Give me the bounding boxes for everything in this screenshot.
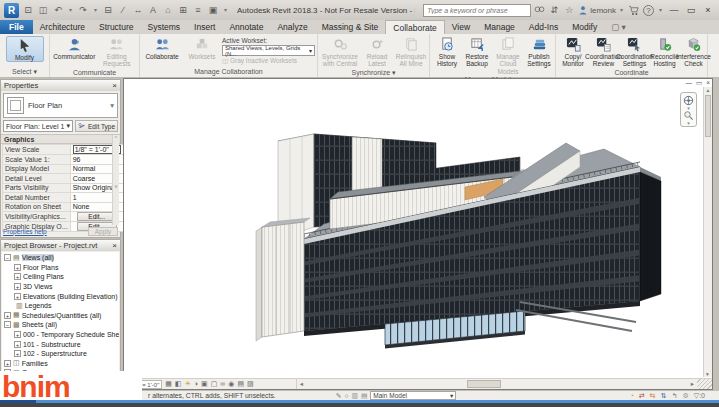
tab-add-ins[interactable]: Add-Ins (522, 20, 565, 34)
editing-requests-button[interactable]: Editing Requests (98, 36, 136, 68)
tree-item-3d-views[interactable]: +3D Views (4, 282, 119, 292)
copy-monitor-button[interactable]: Copy/ Monitor (558, 36, 588, 68)
worksets-dialog-icon[interactable]: ▥ (352, 392, 358, 400)
section-icon[interactable]: ⊞ (177, 1, 189, 19)
active-workset-status-select[interactable]: Main Model▾ (370, 391, 456, 400)
tree-item-floor-plans[interactable]: +Floor Plans (4, 263, 119, 273)
apply-button[interactable]: Apply (88, 227, 118, 236)
detail-level-icon[interactable]: ▦ (165, 379, 172, 389)
sun-path-icon[interactable]: ☀ (185, 379, 191, 389)
ribbon-display-toggle[interactable]: ▢ ▾ (604, 20, 633, 34)
tree-item-views[interactable]: −▤Views (all) (4, 253, 119, 263)
measure-icon[interactable]: ∕ (117, 1, 129, 19)
tree-item-sheet-000[interactable]: +000 - Temporary Schedule Sheet (4, 330, 119, 340)
settings-gear-icon[interactable]: ⚙ (682, 392, 688, 400)
revit-logo-icon[interactable]: R (4, 3, 19, 18)
panel-label-synchronize[interactable]: Synchronize ▾ (318, 68, 429, 78)
switch-windows-icon[interactable]: ▣ (207, 1, 219, 19)
active-workset-select[interactable]: Shared Views, Levels, Grids (N...▾ (222, 45, 315, 56)
tree-item-ceiling-plans[interactable]: +Ceiling Plans (4, 272, 119, 282)
help-dropdown-icon[interactable]: ▾ (657, 1, 664, 19)
tab-architecture[interactable]: Architecture (33, 20, 92, 34)
close-button[interactable]: × (701, 5, 715, 15)
edit-type-button[interactable]: Edit Type (75, 120, 118, 132)
visibility-graphics-edit-button[interactable]: Edit... (77, 212, 117, 221)
search-icon[interactable] (534, 5, 545, 15)
coordination-review-button[interactable]: Coordination Review (588, 36, 619, 68)
customize-qat-icon[interactable]: ▾ (222, 1, 229, 19)
help-icon[interactable]: ? (643, 5, 654, 16)
tab-annotate[interactable]: Annotate (222, 20, 270, 34)
undo-button[interactable]: ↶ (52, 1, 64, 19)
show-crop-region-icon[interactable]: ▢ (211, 379, 218, 389)
workset-status-icon[interactable]: ○ (344, 392, 348, 399)
view-minimize-icon[interactable]: — (686, 79, 693, 87)
tree-item-legends[interactable]: ▥Legends (4, 301, 119, 311)
project-browser-close-icon[interactable]: × (112, 241, 117, 250)
publish-settings-button[interactable]: Publish Settings (524, 36, 554, 68)
analytical-model-icon[interactable]: ▨ (247, 379, 254, 389)
redo-button[interactable]: ↷ (77, 1, 89, 19)
favorites-icon[interactable]: ☆ (563, 1, 575, 19)
undo-dropdown-icon[interactable]: ▾ (67, 1, 74, 19)
minimize-button[interactable]: — (667, 5, 681, 15)
properties-close-icon[interactable]: × (112, 81, 117, 90)
properties-scrollbar[interactable]: ^v (112, 135, 119, 225)
visual-style-icon[interactable]: ◧ (175, 379, 182, 389)
horizontal-scrollbar[interactable]: ◂ ▸ (296, 379, 697, 389)
interference-check-button[interactable]: Interference Check (679, 36, 708, 68)
type-selector-dropdown-icon[interactable]: ▾ (110, 101, 114, 110)
tab-file[interactable]: File (0, 20, 33, 34)
gray-inactive-worksets-toggle[interactable]: ◫ Gray Inactive Worksets (222, 57, 315, 65)
editing-requests-status-icon[interactable]: ⇅ (661, 392, 667, 400)
temporary-hide-isolate-icon[interactable]: ∞ (220, 379, 225, 389)
text-icon[interactable]: A (147, 1, 159, 19)
modify-button[interactable]: Modify (6, 36, 44, 62)
default-3d-view-icon[interactable]: ⌂ (162, 1, 174, 19)
coordination-settings-button[interactable]: Coordination Settings (619, 36, 650, 68)
open-icon[interactable]: ⊡ (22, 1, 34, 19)
print-icon[interactable]: ⊟ (102, 1, 114, 19)
selection-filter-icon[interactable]: ▽:0 (694, 392, 705, 400)
design-options-icon[interactable]: ▤ (361, 392, 367, 400)
crop-view-icon[interactable]: ▣ (201, 379, 208, 389)
type-selector[interactable]: Floor Plan ▾ (3, 93, 118, 118)
tab-modify[interactable]: Modify (565, 20, 604, 34)
tree-item-sheet-101[interactable]: +101 - Substructure (4, 339, 119, 349)
zoom-dropdown-icon[interactable]: ▾ (687, 121, 690, 125)
relinquish-status-icon[interactable]: ⇆ (650, 392, 656, 400)
reload-latest-button[interactable]: Reload Latest (360, 36, 394, 68)
tree-item-families[interactable]: +◫Families (4, 359, 119, 369)
restore-backup-button[interactable]: Restore Backup (462, 36, 492, 68)
exchange-icon[interactable]: ⇵ (548, 1, 560, 19)
tab-systems[interactable]: Systems (141, 20, 188, 34)
store-cart-icon[interactable] (628, 5, 640, 16)
view-close-icon[interactable]: × (706, 79, 710, 87)
properties-help-link[interactable]: Properties help (3, 228, 47, 235)
manage-cloud-models-button[interactable]: Manage Cloud Models (492, 36, 524, 75)
tab-analyze[interactable]: Analyze (270, 20, 314, 34)
vertical-scrollbar[interactable]: ▴ ▾ (703, 87, 712, 377)
redo-dropdown-icon[interactable]: ▾ (92, 1, 99, 19)
tree-item-schedules[interactable]: +▦Schedules/Quantities (all) (4, 311, 119, 321)
view-restore-icon[interactable]: ▭ (696, 79, 702, 87)
worksets-button[interactable]: Worksets (184, 36, 220, 60)
instance-selector[interactable]: Floor Plan: Level 1▾ (3, 120, 73, 132)
tree-item-sheets[interactable]: −▩Sheets (all) (4, 320, 119, 330)
save-icon[interactable]: ◫ (37, 1, 49, 19)
editable-only-icon[interactable]: ✎ (336, 392, 342, 400)
reveal-hidden-elements-icon[interactable]: ◉ (228, 379, 234, 389)
tab-insert[interactable]: Insert (187, 20, 222, 34)
user-dropdown-icon[interactable]: ▾ (618, 1, 625, 19)
select-behavior-icon[interactable]: ↰ (672, 392, 678, 400)
relinquish-all-mine-button[interactable]: Relinquish All Mine (394, 36, 428, 68)
collaborate-button[interactable]: Collaborate (142, 36, 182, 60)
panel-label-select[interactable]: Select ▾ (0, 67, 49, 77)
temporary-view-properties-icon[interactable]: ▤ (237, 379, 244, 389)
tab-structure[interactable]: Structure (92, 20, 141, 34)
resize-gripper[interactable] (697, 379, 712, 389)
thin-lines-icon[interactable]: ≡ (192, 1, 204, 19)
tab-collaborate[interactable]: Collaborate (385, 20, 444, 34)
sign-in-area[interactable]: lemonk ▾ (578, 1, 625, 19)
search-input[interactable] (423, 4, 531, 17)
